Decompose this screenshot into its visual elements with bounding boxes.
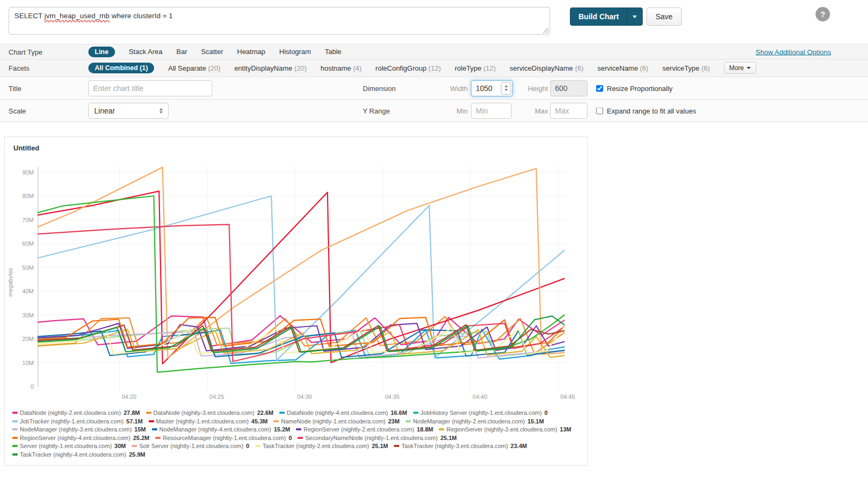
svg-text:04:25: 04:25 (209, 393, 224, 400)
expand-checkbox[interactable] (596, 107, 603, 114)
chart-card: Untitled 010M20M30M40M50M60M70M80M90M04:… (4, 137, 588, 466)
width-spin-buttons[interactable] (501, 82, 511, 95)
facet-roleconfiggroup[interactable]: roleConfigGroup (12) (376, 64, 441, 72)
resize-checkbox[interactable] (596, 85, 603, 92)
chart-type-stack-area[interactable]: Stack Area (129, 48, 163, 56)
legend-item: DataNode (nightly-4.ent.cloudera.com)16.… (279, 409, 407, 418)
svg-text:40M: 40M (22, 288, 34, 294)
facets-label: Facets (9, 64, 29, 72)
height-input: 600 (550, 80, 588, 96)
build-chart-dropdown-button[interactable] (627, 8, 642, 25)
legend-swatch-icon (279, 412, 285, 414)
caret-down-icon (747, 67, 751, 69)
title-row: Title Dimension Width 1050 Height 600 Re… (0, 77, 868, 99)
svg-text:30M: 30M (22, 312, 34, 319)
svg-text:04:30: 04:30 (297, 393, 312, 400)
query-editor[interactable]: SELECT jvm_heap_used_mb where clusterId … (9, 7, 550, 35)
svg-text:04:20: 04:20 (121, 393, 136, 400)
save-button[interactable]: Save (646, 7, 682, 26)
legend-item: Solr Server (nightly-1.ent.cloudera.com)… (132, 442, 249, 451)
width-value[interactable]: 1050 (471, 84, 501, 93)
legend-item: TaskTracker (nightly-2.ent.cloudera.com)… (255, 442, 388, 451)
svg-text:90M: 90M (22, 169, 34, 176)
chart-type-histogram[interactable]: Histogram (279, 48, 311, 56)
legend-swatch-icon (12, 437, 18, 439)
scale-select-value: Linear (94, 107, 115, 115)
max-input[interactable] (550, 103, 588, 119)
legend-swatch-icon (12, 445, 18, 447)
svg-text:0: 0 (31, 383, 34, 390)
chart-type-bar[interactable]: Bar (177, 48, 187, 56)
chart-type-options: LineStack AreaBarScatterHeatmapHistogram… (88, 44, 341, 59)
query-text-prefix: SELECT (14, 12, 44, 20)
legend-swatch-icon (132, 445, 137, 447)
facet-options: All Combined (1)All Separate (20)entityD… (88, 59, 756, 77)
legend-swatch-icon (12, 453, 18, 456)
title-label: Title (9, 84, 21, 92)
min-label: Min (444, 107, 468, 115)
svg-text:megabytes: megabytes (7, 268, 13, 297)
legend-swatch-icon (155, 437, 161, 439)
legend-swatch-icon (406, 420, 411, 422)
expand-label: Expand range to fit all values (607, 107, 696, 115)
legend-swatch-icon (12, 428, 18, 430)
build-chart-split-button: Build Chart (570, 7, 643, 26)
scale-select[interactable]: Linear (88, 103, 169, 119)
scale-row: Scale Linear Y Range Min Max Expand rang… (0, 99, 868, 122)
facet-all-combined[interactable]: All Combined (1) (88, 63, 154, 73)
spin-up-icon[interactable] (505, 85, 508, 87)
width-stepper[interactable]: 1050 (471, 80, 513, 96)
svg-text:70M: 70M (22, 217, 34, 223)
svg-text:80M: 80M (22, 193, 34, 199)
dimension-label: Dimension (363, 84, 395, 92)
chart-type-line[interactable]: Line (88, 47, 115, 57)
max-label: Max (526, 107, 548, 115)
legend-swatch-icon (149, 420, 154, 422)
select-updown-icon (159, 108, 163, 113)
facet-roletype[interactable]: roleType (12) (455, 64, 496, 72)
query-text-suffix: where clusterId = 1 (110, 12, 173, 20)
chart-type-scatter[interactable]: Scatter (201, 48, 223, 56)
legend-item: SecondaryNameNode (nightly-1.ent.clouder… (298, 434, 456, 443)
spin-down-icon[interactable] (505, 89, 508, 91)
show-additional-options-link[interactable]: Show Additional Options (756, 48, 831, 56)
facet-servicedisplayname[interactable]: serviceDisplayName (6) (509, 64, 583, 72)
facet-hostname[interactable]: hostname (4) (321, 64, 362, 72)
chart-title: Untitled (5, 137, 587, 152)
facet-all-separate[interactable]: All Separate (20) (168, 64, 220, 72)
legend-item: ResourceManager (nightly-1.ent.cloudera.… (155, 434, 292, 443)
legend-swatch-icon (298, 437, 303, 439)
legend-item: Server (nightly-1.ent.cloudera.com)30M (12, 442, 126, 451)
facets-more-button[interactable]: More (724, 62, 756, 74)
svg-text:60M: 60M (22, 240, 34, 247)
legend-item: TaskTracker (nightly-4.ent.cloudera.com)… (12, 451, 145, 459)
chart-type-row: Chart Type LineStack AreaBarScatterHeatm… (0, 44, 868, 59)
facet-servicetype[interactable]: serviceType (6) (663, 64, 710, 72)
resize-label: Resize Proportionally (607, 84, 673, 92)
toolbar: SELECT jvm_heap_used_mb where clusterId … (0, 0, 868, 44)
svg-text:10M: 10M (22, 360, 34, 366)
svg-text:04:40: 04:40 (473, 393, 488, 400)
chart-type-table[interactable]: Table (325, 48, 341, 56)
svg-text:04:35: 04:35 (385, 393, 400, 400)
height-label: Height (526, 84, 548, 92)
chart-type-heatmap[interactable]: Heatmap (237, 48, 265, 56)
legend-item: DataNode (nightly-2.ent.cloudera.com)27.… (12, 409, 140, 418)
facet-servicename[interactable]: serviceName (6) (597, 64, 648, 72)
chart-title-input[interactable] (88, 80, 212, 96)
facet-entitydisplayname[interactable]: entityDisplayName (20) (234, 64, 307, 72)
build-chart-button[interactable]: Build Chart (570, 8, 627, 25)
legend-item: NodeManager (nightly-4.ent.cloudera.com)… (152, 426, 291, 434)
legend-item: NodeManager (nightly-3.ent.cloudera.com)… (12, 426, 146, 434)
legend-swatch-icon (12, 420, 18, 422)
legend-swatch-icon (146, 412, 151, 414)
help-icon[interactable]: ? (816, 7, 830, 21)
legend-swatch-icon (296, 428, 301, 430)
legend-item: NodeManager (nightly-2.ent.cloudera.com)… (406, 418, 544, 426)
min-input[interactable] (471, 103, 512, 119)
caret-down-icon (633, 16, 637, 18)
legend-item: NameNode (nightly-1.ent.cloudera.com)23M (273, 418, 399, 426)
chart-type-label: Chart Type (9, 48, 42, 56)
scale-label: Scale (9, 107, 26, 115)
svg-text:50M: 50M (22, 264, 34, 271)
